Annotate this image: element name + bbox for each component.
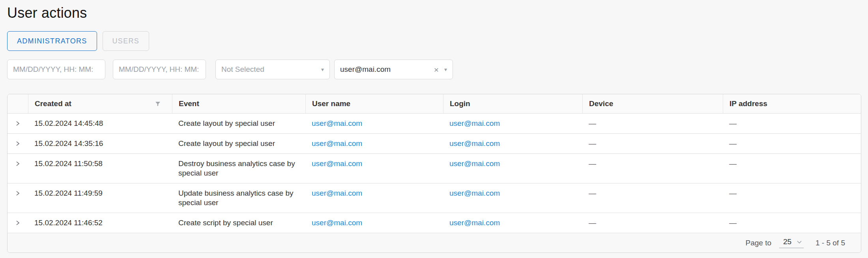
- tab-bar: ADMINISTRATORS USERS: [7, 31, 861, 51]
- table-row: 15.02.2024 14:35:16 Create layout by spe…: [7, 133, 861, 153]
- login-link[interactable]: user@mai.com: [449, 189, 500, 197]
- filter-bar: Not Selected ▾ user@mai.com × ▾: [7, 60, 861, 79]
- date-to-input[interactable]: [113, 60, 206, 79]
- ip-address-cell: —: [723, 189, 861, 198]
- column-header-ip-address: IP address: [723, 94, 861, 113]
- event-cell: Destroy business analytics case by speci…: [172, 159, 305, 178]
- page-size-label: Page to: [746, 239, 772, 247]
- device-cell: —: [582, 159, 723, 168]
- user-name-link[interactable]: user@mai.com: [312, 139, 362, 148]
- event-text: Update business analytics case by specia…: [178, 189, 299, 208]
- row-expand-button[interactable]: [12, 139, 24, 148]
- column-header-event: Event: [172, 94, 305, 113]
- user-name-link[interactable]: user@mai.com: [312, 119, 362, 127]
- event-cell: Create layout by special user: [172, 139, 305, 148]
- created-at-cell: 15.02.2024 11:46:52: [28, 218, 172, 228]
- table-row: 15.02.2024 11:49:59 Update business anal…: [7, 183, 861, 213]
- chevron-down-icon: ▾: [321, 67, 324, 72]
- filter-funnel-icon[interactable]: [155, 101, 161, 107]
- ip-address-cell: —: [723, 139, 861, 148]
- chevron-right-icon: [15, 191, 21, 196]
- column-header-label: Created at: [35, 99, 71, 108]
- row-expand-button[interactable]: [12, 159, 24, 168]
- device-cell: —: [582, 189, 723, 198]
- user-name-link[interactable]: user@mai.com: [312, 189, 362, 197]
- table-footer: Page to 25 1 - 5 of 5: [7, 233, 861, 252]
- chevron-right-icon: [15, 220, 21, 226]
- created-at-cell: 15.02.2024 11:50:58: [28, 159, 172, 168]
- action-type-select-placeholder: Not Selected: [221, 65, 321, 74]
- row-expand-button[interactable]: [12, 218, 24, 228]
- table-row: 15.02.2024 14:45:48 Create layout by spe…: [7, 113, 861, 133]
- user-actions-table: Created at Event User name Login Device …: [7, 94, 861, 253]
- event-cell: Update business analytics case by specia…: [172, 189, 305, 208]
- login-link[interactable]: user@mai.com: [449, 159, 500, 168]
- user-name-link[interactable]: user@mai.com: [312, 159, 362, 168]
- created-at-cell: 15.02.2024 14:35:16: [28, 139, 172, 148]
- clear-icon[interactable]: ×: [434, 65, 439, 74]
- chevron-right-icon: [15, 141, 21, 146]
- column-header-login: Login: [443, 94, 582, 113]
- column-header-label: Device: [589, 99, 613, 108]
- column-header-user-name: User name: [305, 94, 443, 113]
- created-at-cell: 15.02.2024 11:49:59: [28, 189, 172, 198]
- table-header-row: Created at Event User name Login Device …: [7, 94, 861, 113]
- expander-column-header: [7, 94, 28, 113]
- device-cell: —: [582, 218, 723, 228]
- event-text: Create script by special user: [178, 218, 299, 228]
- page-size-select[interactable]: 25: [779, 237, 804, 248]
- chevron-right-icon: [15, 161, 21, 166]
- action-type-select[interactable]: Not Selected ▾: [215, 60, 330, 79]
- ip-address-cell: —: [723, 119, 861, 128]
- device-cell: —: [582, 139, 723, 148]
- device-cell: —: [582, 119, 723, 128]
- pagination-range: 1 - 5 of 5: [816, 239, 845, 247]
- page-title: User actions: [7, 5, 861, 21]
- column-header-device: Device: [582, 94, 723, 113]
- tab-users[interactable]: USERS: [103, 31, 150, 51]
- row-expand-button[interactable]: [12, 119, 24, 128]
- created-at-cell: 15.02.2024 14:45:48: [28, 119, 172, 128]
- user-actions-page: User actions ADMINISTRATORS USERS Not Se…: [0, 0, 868, 258]
- table-row: 15.02.2024 11:46:52 Create script by spe…: [7, 213, 861, 233]
- chevron-down-icon: [797, 240, 802, 244]
- user-filter-select[interactable]: user@mai.com × ▾: [334, 60, 453, 79]
- page-size-value: 25: [783, 237, 791, 246]
- user-filter-value: user@mai.com: [340, 65, 434, 74]
- user-name-link[interactable]: user@mai.com: [312, 219, 362, 227]
- column-header-label: IP address: [730, 99, 767, 108]
- ip-address-cell: —: [723, 218, 861, 228]
- event-cell: Create layout by special user: [172, 119, 305, 128]
- tab-administrators[interactable]: ADMINISTRATORS: [7, 31, 97, 51]
- column-header-label: Login: [450, 99, 470, 108]
- row-expand-button[interactable]: [12, 189, 24, 198]
- event-text: Destroy business analytics case by speci…: [178, 159, 299, 178]
- date-from-input[interactable]: [7, 60, 105, 79]
- table-row: 15.02.2024 11:50:58 Destroy business ana…: [7, 153, 861, 183]
- login-link[interactable]: user@mai.com: [449, 219, 500, 227]
- login-link[interactable]: user@mai.com: [449, 119, 500, 127]
- chevron-down-icon: ▾: [444, 67, 447, 72]
- event-text: Create layout by special user: [178, 119, 299, 128]
- login-link[interactable]: user@mai.com: [449, 139, 500, 148]
- event-text: Create layout by special user: [178, 139, 299, 148]
- chevron-right-icon: [15, 121, 21, 126]
- event-cell: Create script by special user: [172, 218, 305, 228]
- ip-address-cell: —: [723, 159, 861, 168]
- column-header-created-at: Created at: [28, 94, 172, 113]
- column-header-label: Event: [179, 99, 199, 108]
- column-header-label: User name: [312, 99, 350, 108]
